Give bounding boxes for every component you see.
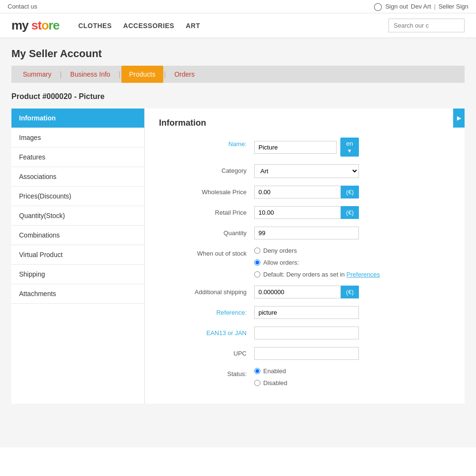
tab-business-info[interactable]: Business Info — [63, 66, 118, 83]
contact-us[interactable]: Contact us — [8, 3, 37, 10]
seller-sign-link[interactable]: Seller Sign — [438, 3, 468, 10]
label-quantity: Quantity — [159, 227, 254, 237]
additional-shipping-input[interactable] — [254, 286, 341, 298]
radio-default-deny-input[interactable] — [254, 271, 260, 278]
tab-sep-3: | — [163, 70, 167, 78]
nav-art[interactable]: ART — [186, 22, 200, 30]
category-select[interactable]: Art Clothes Accessories — [254, 164, 359, 178]
sidebar-item-virtual-product[interactable]: Virtual Product — [11, 245, 144, 265]
additional-shipping-control: (€) — [254, 286, 359, 298]
out-of-stock-control: Deny orders Allow orders: Default: Deny … — [254, 247, 445, 278]
name-control: en ▾ — [254, 138, 359, 157]
search-input[interactable] — [388, 19, 465, 32]
upc-input[interactable] — [254, 347, 359, 360]
sidebar-item-features[interactable]: Features — [11, 148, 144, 167]
sidebar-item-information[interactable]: Information — [11, 109, 144, 128]
form-row-reference: Reference: — [159, 306, 450, 319]
upc-control — [254, 347, 359, 360]
form-row-ean13: EAN13 or JAN — [159, 327, 450, 339]
logo-st: st — [31, 18, 41, 32]
disabled-label: Disabled — [263, 379, 288, 387]
devart-link[interactable]: Dev Art — [411, 3, 431, 10]
sidebar-item-attachments[interactable]: Attachments — [11, 284, 144, 304]
form-row-quantity: Quantity — [159, 227, 450, 239]
form-row-retail-price: Retail Price (€) — [159, 206, 450, 219]
right-edge-button[interactable]: ▶ — [453, 109, 465, 128]
label-wholesale-price: Wholesale Price — [159, 186, 254, 196]
label-out-of-stock: When out of stock — [159, 247, 254, 257]
page-content: My Seller Account Summary | Business Inf… — [0, 38, 476, 447]
form-row-category: Category Art Clothes Accessories — [159, 164, 450, 178]
tab-summary[interactable]: Summary — [15, 66, 59, 83]
wholesale-price-input-unit: (€) — [254, 186, 359, 198]
ean13-input[interactable] — [254, 327, 359, 339]
label-additional-shipping: Additional shipping — [159, 286, 254, 296]
label-ean13: EAN13 or JAN — [159, 327, 254, 337]
retail-price-input[interactable] — [254, 206, 341, 219]
tab-products[interactable]: Products — [121, 66, 163, 83]
sidebar-item-images[interactable]: Images — [11, 128, 144, 148]
user-icon: ◯ — [374, 2, 382, 11]
radio-enabled: Enabled — [254, 367, 397, 375]
form-section-title: Information — [159, 118, 450, 128]
radio-allow-orders-input[interactable] — [254, 259, 260, 266]
preferences-link[interactable]: Preferences — [347, 271, 380, 278]
form-row-name: Name: en ▾ — [159, 138, 450, 157]
radio-allow-orders: Allow orders: — [254, 259, 445, 266]
sidebar-item-prices-discounts[interactable]: Prices(Discounts) — [11, 187, 144, 206]
header: my store CLOTHES ACCESSORIES ART — [0, 13, 476, 38]
search-area — [388, 19, 465, 32]
reference-control — [254, 306, 359, 319]
name-input[interactable] — [254, 141, 337, 154]
product-section: Information Images Features Associations… — [11, 109, 465, 404]
quantity-control — [254, 227, 359, 239]
radio-disabled: Disabled — [254, 379, 397, 387]
wholesale-price-input[interactable] — [254, 186, 341, 198]
form-area: Information Name: en ▾ Category — [145, 109, 465, 404]
label-reference: Reference: — [159, 306, 254, 316]
allow-orders-label: Allow orders: — [263, 259, 299, 266]
radio-deny-orders-input[interactable] — [254, 248, 260, 254]
radio-default-deny: Default: Deny orders as set in Preferenc… — [254, 271, 445, 278]
name-row: en ▾ — [254, 138, 359, 157]
logo-or: o — [41, 18, 49, 32]
reference-input[interactable] — [254, 306, 359, 319]
radio-disabled-input[interactable] — [254, 380, 260, 386]
radio-enabled-input[interactable] — [254, 368, 260, 374]
page-title: My Seller Account — [11, 48, 465, 60]
label-name: Name: — [159, 138, 254, 148]
ean13-control — [254, 327, 359, 339]
logo-e: re — [49, 18, 60, 32]
product-layout: Information Images Features Associations… — [11, 109, 465, 404]
additional-shipping-input-unit: (€) — [254, 286, 359, 298]
default-deny-label: Default: Deny orders as set in Preferenc… — [263, 271, 380, 278]
deny-orders-label: Deny orders — [263, 247, 297, 254]
lang-button[interactable]: en ▾ — [340, 138, 359, 157]
top-bar: Contact us ◯ Sign out Dev Art | Seller S… — [0, 0, 476, 13]
tab-sep-1: | — [59, 70, 63, 78]
top-bar-right: ◯ Sign out Dev Art | Seller Sign — [374, 2, 468, 11]
form-row-wholesale-price: Wholesale Price (€) — [159, 186, 450, 198]
label-status: Status: — [159, 367, 254, 377]
form-row-additional-shipping: Additional shipping (€) — [159, 286, 450, 298]
enabled-label: Enabled — [263, 367, 286, 375]
logo[interactable]: my store — [11, 18, 59, 33]
tab-orders[interactable]: Orders — [167, 66, 202, 83]
nav-accessories[interactable]: ACCESSORIES — [123, 22, 174, 30]
retail-price-unit: (€) — [341, 206, 359, 219]
nav-clothes[interactable]: CLOTHES — [78, 22, 111, 30]
sidebar-item-associations[interactable]: Associations — [11, 167, 144, 187]
wholesale-price-control: (€) — [254, 186, 359, 198]
sidebar-item-combinations[interactable]: Combinations — [11, 226, 144, 245]
additional-shipping-unit: (€) — [341, 286, 359, 298]
sign-out-link[interactable]: Sign out — [385, 3, 408, 10]
category-control: Art Clothes Accessories — [254, 164, 359, 178]
divider: | — [434, 3, 436, 10]
product-header: Product #000020 - Picture — [11, 92, 465, 101]
label-category: Category — [159, 164, 254, 174]
sidebar-item-quantity-stock[interactable]: Quantity(Stock) — [11, 206, 144, 226]
sidebar-item-shipping[interactable]: Shipping — [11, 265, 144, 284]
logo-my: my — [11, 18, 31, 32]
tabs-bar: Summary | Business Info | Products | Ord… — [11, 66, 465, 83]
quantity-input[interactable] — [254, 227, 359, 239]
